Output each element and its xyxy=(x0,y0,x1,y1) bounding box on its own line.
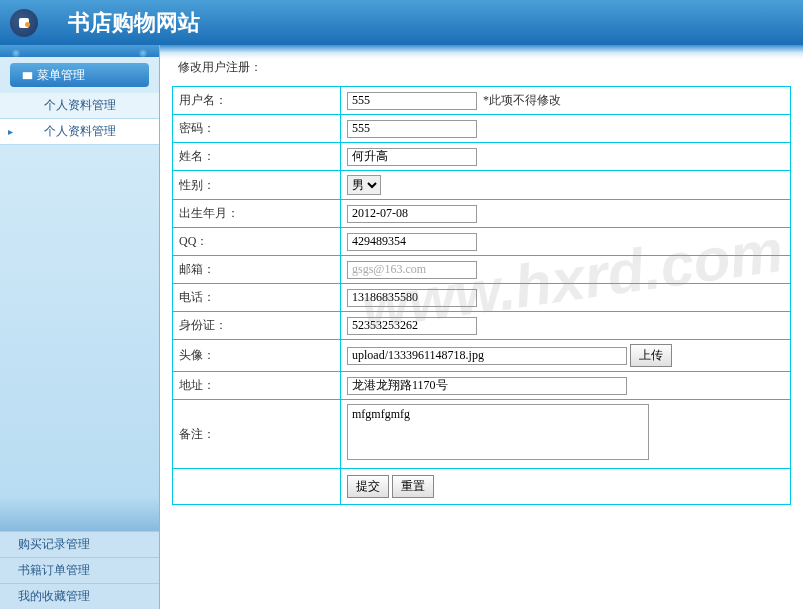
label-avatar: 头像： xyxy=(173,340,341,372)
label-password: 密码： xyxy=(173,115,341,143)
menu-icon: ▮▮▮ xyxy=(22,70,31,80)
remark-textarea[interactable]: mfgmfgmfg xyxy=(347,404,649,460)
gender-select[interactable]: 男 xyxy=(347,175,381,195)
menu-header-label: 菜单管理 xyxy=(37,67,85,84)
name-input[interactable] xyxy=(347,148,477,166)
phone-input[interactable] xyxy=(347,289,477,307)
sidebar-item-profile1[interactable]: 个人资料管理 xyxy=(0,93,159,119)
sidebar-bottom: 购买记录管理 书籍订单管理 我的收藏管理 xyxy=(0,531,159,609)
content-area: www.hxrd.com 修改用户注册： 用户名： *此项不得修改 密码： 姓名… xyxy=(160,45,803,609)
id-input[interactable] xyxy=(347,317,477,335)
address-input[interactable] xyxy=(347,377,627,395)
email-input[interactable] xyxy=(347,261,477,279)
password-input[interactable] xyxy=(347,120,477,138)
username-note: *此项不得修改 xyxy=(483,93,561,107)
logo-icon xyxy=(10,9,38,37)
sidebar-item-profile2[interactable]: 个人资料管理 xyxy=(0,119,159,145)
form-table: 用户名： *此项不得修改 密码： 姓名： 性别： 男 出生年月： QQ： 邮箱：… xyxy=(172,86,791,505)
reset-button[interactable]: 重置 xyxy=(392,475,434,498)
birth-input[interactable] xyxy=(347,205,477,223)
sidebar-item-orders[interactable]: 书籍订单管理 xyxy=(0,557,159,583)
username-input[interactable] xyxy=(347,92,477,110)
sidebar-decoration xyxy=(0,45,159,57)
qq-input[interactable] xyxy=(347,233,477,251)
label-gender: 性别： xyxy=(173,171,341,200)
sidebar: ▮▮▮ 菜单管理 个人资料管理 个人资料管理 购买记录管理 书籍订单管理 我的收… xyxy=(0,45,160,609)
label-address: 地址： xyxy=(173,372,341,400)
sidebar-item-purchase[interactable]: 购买记录管理 xyxy=(0,531,159,557)
avatar-input[interactable] xyxy=(347,347,627,365)
label-id: 身份证： xyxy=(173,312,341,340)
sidebar-item-favorites[interactable]: 我的收藏管理 xyxy=(0,583,159,609)
label-username: 用户名： xyxy=(173,87,341,115)
site-title: 书店购物网站 xyxy=(68,8,200,38)
label-qq: QQ： xyxy=(173,228,341,256)
upload-button[interactable]: 上传 xyxy=(630,344,672,367)
app-header: 书店购物网站 xyxy=(0,0,803,45)
form-title: 修改用户注册： xyxy=(178,59,791,76)
label-phone: 电话： xyxy=(173,284,341,312)
label-remark: 备注： xyxy=(173,400,341,469)
label-birth: 出生年月： xyxy=(173,200,341,228)
submit-button[interactable]: 提交 xyxy=(347,475,389,498)
label-name: 姓名： xyxy=(173,143,341,171)
label-email: 邮箱： xyxy=(173,256,341,284)
menu-header[interactable]: ▮▮▮ 菜单管理 xyxy=(10,63,149,87)
